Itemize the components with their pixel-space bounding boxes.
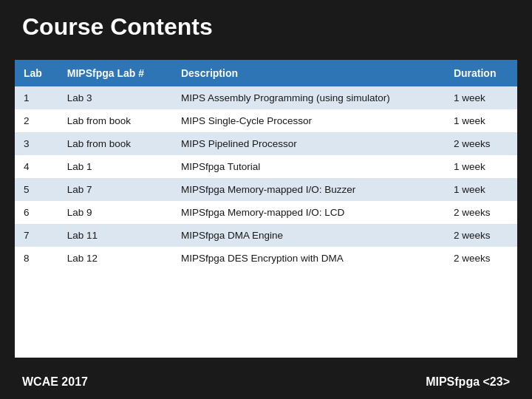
- table-row: 1Lab 3MIPS Assembly Programming (using s…: [15, 86, 517, 109]
- col-header-duration: Duration: [445, 60, 517, 86]
- cell-duration: 2 weeks: [445, 132, 517, 155]
- header: Course Contents: [0, 0, 532, 51]
- footer-left-text: WCAE 2017: [22, 375, 88, 389]
- cell-duration: 1 week: [445, 155, 517, 178]
- cell-duration: 1 week: [445, 178, 517, 201]
- col-header-lab: Lab: [15, 60, 58, 86]
- table-row: 5Lab 7MIPSfpga Memory-mapped I/O: Buzzer…: [15, 178, 517, 201]
- cell-duration: 1 week: [445, 109, 517, 132]
- cell-lab: 8: [15, 247, 58, 270]
- footer-right-text: MIPSfpga <23>: [426, 375, 510, 389]
- cell-mipsfpga_lab: Lab 3: [58, 86, 172, 109]
- table-row: 4Lab 1MIPSfpga Tutorial1 week: [15, 155, 517, 178]
- table-row: 6Lab 9MIPSfpga Memory-mapped I/O: LCD2 w…: [15, 201, 517, 224]
- cell-lab: 1: [15, 86, 58, 109]
- cell-mipsfpga_lab: Lab from book: [58, 109, 172, 132]
- cell-description: MIPS Pipelined Processor: [172, 132, 445, 155]
- table-header-row: Lab MIPSfpga Lab # Description Duration: [15, 60, 517, 86]
- footer: WCAE 2017 MIPSfpga <23>: [0, 365, 532, 399]
- cell-mipsfpga_lab: Lab 12: [58, 247, 172, 270]
- bottom-spacer: [0, 358, 532, 365]
- cell-mipsfpga_lab: Lab 11: [58, 224, 172, 247]
- cell-lab: 5: [15, 178, 58, 201]
- cell-duration: 2 weeks: [445, 247, 517, 270]
- cell-description: MIPSfpga DMA Engine: [172, 224, 445, 247]
- cell-description: MIPSfpga Memory-mapped I/O: Buzzer: [172, 178, 445, 201]
- cell-mipsfpga_lab: Lab 7: [58, 178, 172, 201]
- cell-duration: 1 week: [445, 86, 517, 109]
- table-row: 7Lab 11MIPSfpga DMA Engine2 weeks: [15, 224, 517, 247]
- cell-description: MIPS Assembly Programming (using simulat…: [172, 86, 445, 109]
- table-row: 2Lab from bookMIPS Single-Cycle Processo…: [15, 109, 517, 132]
- cell-description: MIPSfpga Memory-mapped I/O: LCD: [172, 201, 445, 224]
- cell-lab: 2: [15, 109, 58, 132]
- cell-mipsfpga_lab: Lab 1: [58, 155, 172, 178]
- cell-lab: 7: [15, 224, 58, 247]
- cell-lab: 6: [15, 201, 58, 224]
- cell-duration: 2 weeks: [445, 201, 517, 224]
- cell-lab: 4: [15, 155, 58, 178]
- course-table: Lab MIPSfpga Lab # Description Duration …: [15, 60, 517, 270]
- top-spacer: [0, 51, 532, 60]
- table-row: 8Lab 12MIPSfpga DES Encryption with DMA2…: [15, 247, 517, 270]
- col-header-description: Description: [172, 60, 445, 86]
- table-row: 3Lab from bookMIPS Pipelined Processor2 …: [15, 132, 517, 155]
- cell-lab: 3: [15, 132, 58, 155]
- cell-description: MIPSfpga Tutorial: [172, 155, 445, 178]
- col-header-mipsfpga: MIPSfpga Lab #: [58, 60, 172, 86]
- page-wrapper: Course Contents Lab MIPSfpga Lab # Descr…: [0, 0, 532, 399]
- cell-mipsfpga_lab: Lab from book: [58, 132, 172, 155]
- content-area: Lab MIPSfpga Lab # Description Duration …: [15, 60, 517, 358]
- cell-description: MIPS Single-Cycle Processor: [172, 109, 445, 132]
- cell-duration: 2 weeks: [445, 224, 517, 247]
- cell-mipsfpga_lab: Lab 9: [58, 201, 172, 224]
- cell-description: MIPSfpga DES Encryption with DMA: [172, 247, 445, 270]
- page-title: Course Contents: [22, 13, 213, 40]
